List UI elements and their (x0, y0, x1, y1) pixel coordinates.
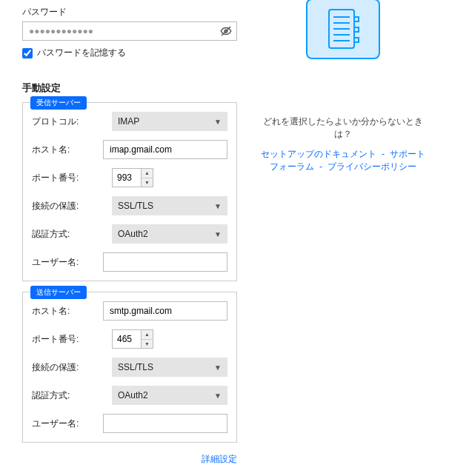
incoming-user-input[interactable] (103, 252, 227, 272)
incoming-server-group: 受信サーバー プロトコル: IMAP ▼ ホスト名: ポート番号: ▲▼ (22, 102, 237, 281)
incoming-user-label: ユーザー名: (32, 256, 103, 269)
incoming-security-value: SSL/TLS (118, 201, 153, 211)
advanced-settings-link[interactable]: 詳細設定 (22, 453, 237, 466)
incoming-protocol-select[interactable]: IMAP ▼ (112, 112, 227, 131)
link-sep: - (317, 161, 325, 172)
manual-settings-title: 手動設定 (22, 81, 237, 95)
spinner-up-icon[interactable]: ▲ (142, 169, 153, 178)
setup-doc-link[interactable]: セットアップのドキュメント (261, 149, 376, 159)
chevron-down-icon: ▼ (214, 363, 222, 372)
eye-slash-icon[interactable] (219, 24, 233, 38)
chevron-down-icon: ▼ (214, 230, 222, 238)
chevron-down-icon: ▼ (214, 202, 222, 210)
password-input[interactable] (22, 21, 237, 41)
outgoing-server-group: 送信サーバー ホスト名: ポート番号: ▲▼ 接続の保護: SSL/TLS ▼ (22, 292, 237, 443)
remember-checkbox[interactable] (22, 48, 33, 58)
incoming-port-spinner[interactable]: ▲▼ (142, 168, 153, 187)
incoming-auth-label: 認証方式: (32, 228, 112, 241)
incoming-auth-select[interactable]: OAuth2 ▼ (112, 224, 227, 244)
spinner-up-icon[interactable]: ▲ (142, 330, 153, 340)
outgoing-host-input[interactable] (103, 301, 227, 321)
outgoing-host-label: ホスト名: (32, 305, 103, 318)
outgoing-auth-label: 認証方式: (32, 389, 112, 402)
outgoing-port-input[interactable] (112, 329, 142, 349)
outgoing-auth-select[interactable]: OAuth2 ▼ (112, 386, 227, 405)
chevron-down-icon: ▼ (214, 118, 222, 126)
incoming-auth-value: OAuth2 (118, 229, 148, 239)
outgoing-auth-value: OAuth2 (118, 390, 148, 400)
addressbook-illustration (306, 0, 380, 59)
privacy-policy-link[interactable]: プライバシーポリシー (327, 161, 416, 172)
help-links: セットアップのドキュメント - サポートフォーラム - プライバシーポリシー (259, 148, 427, 173)
incoming-badge: 受信サーバー (30, 96, 87, 110)
outgoing-user-input[interactable] (103, 414, 227, 433)
incoming-protocol-label: プロトコル: (32, 115, 112, 128)
incoming-host-label: ホスト名: (32, 144, 103, 156)
incoming-port-label: ポート番号: (32, 172, 112, 184)
outgoing-security-label: 接続の保護: (32, 361, 112, 374)
link-sep: - (379, 149, 388, 159)
spinner-down-icon[interactable]: ▼ (142, 340, 153, 349)
incoming-security-label: 接続の保護: (32, 200, 112, 212)
chevron-down-icon: ▼ (214, 392, 222, 400)
incoming-security-select[interactable]: SSL/TLS ▼ (112, 196, 227, 215)
help-question: どれを選択したらよいか分からないときは？ (259, 115, 427, 141)
spinner-down-icon[interactable]: ▼ (142, 178, 153, 187)
outgoing-security-value: SSL/TLS (118, 362, 153, 372)
outgoing-user-label: ユーザー名: (32, 418, 103, 430)
incoming-port-input[interactable] (112, 168, 142, 187)
incoming-protocol-value: IMAP (118, 116, 139, 127)
incoming-host-input[interactable] (103, 140, 227, 159)
remember-password[interactable]: パスワードを記憶する (22, 47, 237, 59)
outgoing-port-label: ポート番号: (32, 333, 112, 346)
outgoing-port-spinner[interactable]: ▲▼ (142, 329, 153, 349)
password-label: パスワード (22, 6, 237, 19)
remember-label: パスワードを記憶する (37, 47, 126, 59)
outgoing-security-select[interactable]: SSL/TLS ▼ (112, 358, 227, 377)
outgoing-badge: 送信サーバー (30, 286, 87, 299)
